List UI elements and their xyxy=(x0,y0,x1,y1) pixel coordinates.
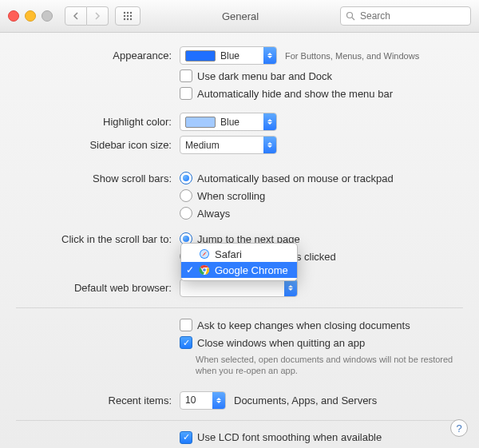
highlight-swatch-icon xyxy=(185,117,216,128)
help-button[interactable]: ? xyxy=(450,419,468,437)
appearance-select[interactable]: Blue xyxy=(180,46,277,65)
scrollbars-always-radio[interactable] xyxy=(180,207,192,220)
forward-button[interactable] xyxy=(87,6,109,26)
highlight-value: Blue xyxy=(220,117,240,128)
ask-keep-changes-label: Ask to keep changes when closing documen… xyxy=(197,319,410,331)
scrollbars-label: Show scroll bars: xyxy=(0,172,180,184)
scrollbars-always-label: Always xyxy=(197,208,230,220)
browser-menu-item-safari[interactable]: Safari xyxy=(181,246,297,262)
auto-hide-menubar-checkbox[interactable] xyxy=(180,87,192,100)
chrome-icon xyxy=(199,264,210,276)
close-windows-checkbox[interactable] xyxy=(180,336,192,349)
browser-menu-item-chrome[interactable]: ✓ Google Chrome xyxy=(181,262,297,278)
click-scroll-label: Click in the scroll bar to: xyxy=(0,233,180,245)
show-all-button[interactable] xyxy=(115,6,141,26)
close-window-button[interactable] xyxy=(8,10,19,22)
sidebar-size-value: Medium xyxy=(185,140,220,151)
blue-swatch-icon xyxy=(185,50,216,61)
safari-icon xyxy=(199,248,210,260)
svg-point-7 xyxy=(127,18,129,20)
sidebar-size-select[interactable]: Medium xyxy=(180,136,277,154)
default-browser-label: Default web browser: xyxy=(0,282,180,294)
scrollbars-auto-label: Automatically based on mouse or trackpad xyxy=(197,172,394,184)
updown-arrows-icon xyxy=(263,113,276,130)
search-input[interactable] xyxy=(358,10,465,22)
lcd-smoothing-checkbox[interactable] xyxy=(180,431,192,444)
default-browser-menu[interactable]: Safari ✓ Google Chrome xyxy=(180,243,298,281)
highlight-label: Highlight color: xyxy=(0,116,180,128)
recent-items-select[interactable]: 10 xyxy=(180,391,226,410)
updown-arrows-icon xyxy=(212,392,225,409)
minimize-window-button[interactable] xyxy=(25,10,36,22)
search-field[interactable] xyxy=(340,6,471,26)
updown-arrows-icon xyxy=(263,137,276,153)
dark-menu-label: Use dark menu bar and Dock xyxy=(197,70,332,82)
appearance-hint: For Buttons, Menus, and Windows xyxy=(285,51,419,61)
auto-hide-menubar-label: Automatically hide and show the menu bar xyxy=(197,88,393,100)
dark-menu-checkbox[interactable] xyxy=(180,69,192,82)
recent-items-after: Documents, Apps, and Servers xyxy=(234,394,377,406)
scrollbars-scrolling-label: When scrolling xyxy=(197,190,265,202)
svg-point-8 xyxy=(130,18,132,20)
recent-items-label: Recent items: xyxy=(0,394,180,406)
svg-line-10 xyxy=(352,18,354,20)
browser-menu-item-label: Google Chrome xyxy=(215,264,288,276)
appearance-label: Appearance: xyxy=(0,50,180,61)
svg-point-6 xyxy=(124,18,125,20)
zoom-window-button xyxy=(42,10,53,22)
close-windows-label: Close windows when quitting an app xyxy=(197,337,365,349)
updown-arrows-icon xyxy=(284,280,297,296)
back-button[interactable] xyxy=(65,6,87,26)
browser-menu-item-label: Safari xyxy=(215,248,242,260)
window-title: General xyxy=(141,10,340,22)
default-browser-select[interactable] xyxy=(180,279,298,297)
updown-arrows-icon xyxy=(263,47,276,64)
close-windows-note: When selected, open documents and window… xyxy=(196,354,467,377)
svg-point-9 xyxy=(347,13,353,18)
svg-point-4 xyxy=(127,15,129,17)
svg-point-2 xyxy=(130,12,132,14)
appearance-value: Blue xyxy=(220,50,240,61)
recent-items-value: 10 xyxy=(185,394,196,406)
search-icon xyxy=(346,11,355,21)
scrollbars-auto-radio[interactable] xyxy=(180,172,192,184)
svg-point-5 xyxy=(130,15,132,17)
svg-point-1 xyxy=(127,12,129,14)
checkmark-icon: ✓ xyxy=(186,264,194,276)
svg-point-3 xyxy=(124,15,125,17)
scrollbars-scrolling-radio[interactable] xyxy=(180,189,192,202)
ask-keep-changes-checkbox[interactable] xyxy=(180,319,192,331)
lcd-smoothing-label: Use LCD font smoothing when available xyxy=(197,431,382,443)
sidebar-size-label: Sidebar icon size: xyxy=(0,139,180,151)
highlight-color-select[interactable]: Blue xyxy=(180,113,277,131)
svg-point-0 xyxy=(124,12,125,14)
